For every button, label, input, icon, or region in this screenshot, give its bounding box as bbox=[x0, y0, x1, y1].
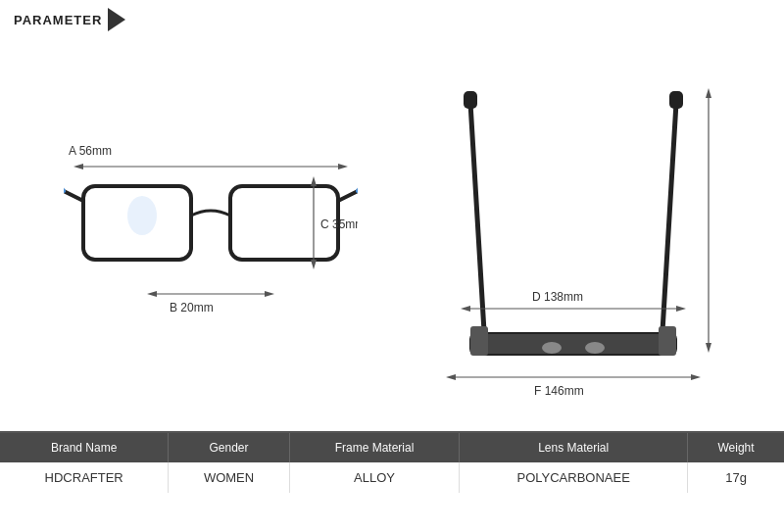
svg-rect-23 bbox=[470, 333, 676, 355]
col-header-lens: Lens Material bbox=[460, 432, 688, 462]
svg-point-27 bbox=[585, 342, 605, 354]
front-glasses-svg: A 56mm B 20mm C 35mm bbox=[64, 88, 358, 392]
svg-line-2 bbox=[64, 191, 83, 201]
col-header-weight: Weight bbox=[688, 432, 784, 462]
svg-marker-37 bbox=[706, 88, 711, 98]
table-header-row: Brand Name Gender Frame Material Lens Ma… bbox=[0, 432, 784, 462]
svg-marker-12 bbox=[147, 291, 157, 297]
svg-point-6 bbox=[127, 196, 157, 235]
cell-frame-material: ALLOY bbox=[289, 462, 460, 493]
col-header-gender: Gender bbox=[169, 432, 289, 462]
svg-rect-25 bbox=[659, 326, 676, 356]
spec-table: Brand Name Gender Frame Material Lens Ma… bbox=[0, 431, 784, 493]
svg-marker-34 bbox=[691, 374, 701, 380]
table-row: HDCRAFTER WOMEN ALLOY POLYCARBONAEE 17g bbox=[0, 462, 784, 493]
svg-point-26 bbox=[542, 342, 562, 354]
col-header-frame: Frame Material bbox=[289, 432, 460, 462]
svg-line-20 bbox=[662, 103, 676, 348]
svg-marker-16 bbox=[311, 176, 317, 186]
front-view-diagram: A 56mm B 20mm C 35mm bbox=[44, 73, 377, 407]
header-arrow-icon bbox=[108, 8, 125, 31]
diagram-area: A 56mm B 20mm C 35mm bbox=[0, 39, 784, 431]
svg-marker-9 bbox=[338, 164, 348, 169]
svg-text:F  146mm: F 146mm bbox=[534, 384, 584, 398]
svg-marker-29 bbox=[461, 306, 470, 312]
header: PARAMETER bbox=[0, 0, 784, 39]
cell-gender: WOMEN bbox=[169, 462, 289, 493]
svg-rect-24 bbox=[470, 326, 488, 356]
svg-marker-33 bbox=[446, 374, 456, 380]
cell-lens-material: POLYCARBONAEE bbox=[460, 462, 688, 493]
svg-text:B  20mm: B 20mm bbox=[170, 301, 214, 314]
page-title: PARAMETER bbox=[14, 13, 102, 27]
svg-text:A  56mm: A 56mm bbox=[69, 144, 112, 158]
col-header-brand: Brand Name bbox=[0, 432, 169, 462]
svg-line-3 bbox=[338, 191, 358, 201]
cell-weight: 17g bbox=[688, 462, 784, 493]
cell-brand: HDCRAFTER bbox=[0, 462, 169, 493]
svg-rect-22 bbox=[669, 91, 683, 109]
svg-line-19 bbox=[470, 103, 485, 348]
svg-marker-17 bbox=[311, 260, 317, 269]
svg-marker-38 bbox=[706, 343, 711, 353]
top-glasses-svg: D 138mm F 146mm C 132mm bbox=[416, 73, 730, 407]
svg-marker-8 bbox=[74, 164, 83, 169]
svg-text:C  35mm: C 35mm bbox=[320, 218, 358, 231]
svg-rect-21 bbox=[464, 91, 477, 109]
top-view-diagram: D 138mm F 146mm C 132mm bbox=[407, 73, 740, 407]
svg-marker-30 bbox=[676, 306, 686, 312]
svg-text:D  138mm: D 138mm bbox=[532, 290, 583, 304]
page-container: PARAMETER bbox=[0, 0, 784, 532]
svg-marker-13 bbox=[265, 291, 274, 297]
